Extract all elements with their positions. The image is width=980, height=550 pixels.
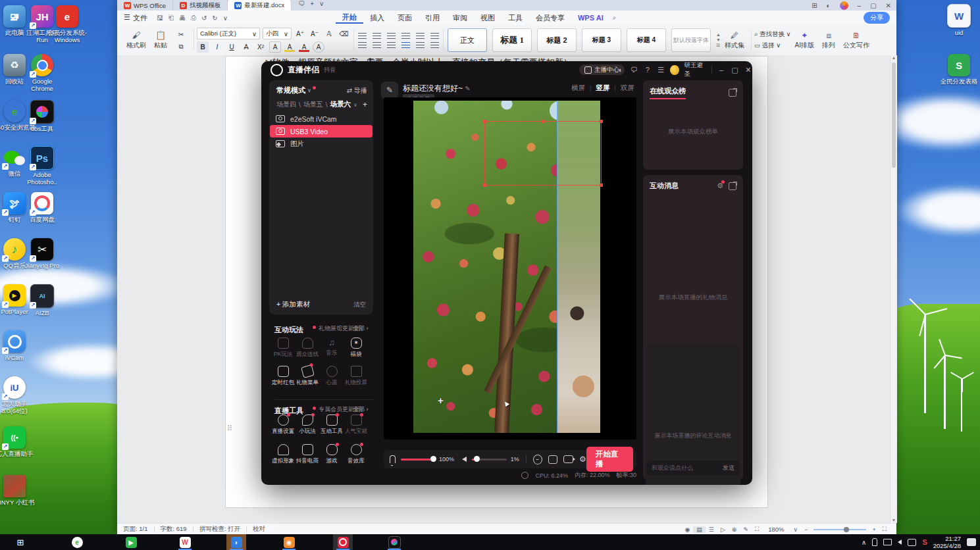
tool-item-live-settings[interactable]: 直播设置 [271,414,296,436]
desktop-icon-sheet-system[interactable]: S 全民分发表格 [937,54,980,85]
justify-icon[interactable] [401,42,410,48]
font-size-select[interactable]: 小四∨ [263,28,292,39]
notification-center-icon[interactable] [967,538,976,546]
red-selection-box[interactable] [484,121,602,186]
desktop-icon-jianying[interactable]: ✂↗ Jianying Pro [20,238,64,269]
scroll-up-arrow[interactable]: ▲ [890,55,897,60]
tray-mic-icon[interactable] [872,538,877,546]
scene-tab-5[interactable]: 场景五 [303,100,323,109]
select-button[interactable]: ▭ 选择 ∨ [754,41,791,50]
mic-icon[interactable] [390,455,396,463]
beauty-filter-icon[interactable] [533,455,542,464]
play-item-lucky-bag[interactable]: ★福袋 [344,338,369,359]
find-replace-button[interactable]: ⌕ 查找替换 ∨ [754,30,791,39]
focus-mode-icon[interactable]: ⛶ [752,526,762,533]
taskbar-blue-app[interactable]: ◗ [226,534,246,550]
cut-icon[interactable]: ✂ [175,29,187,40]
desktop-icon-uid[interactable]: W uid [937,4,980,36]
tool-section-all[interactable]: 全部 › [353,405,369,414]
export-icon[interactable]: ⎗ [166,14,176,22]
clear-button[interactable]: 清空 [353,301,366,309]
taskbar-wps[interactable]: W [175,534,195,550]
camera-icon[interactable] [563,455,573,463]
zoom-value[interactable]: 180% [762,526,790,533]
preview-canvas[interactable]: + ▲ [384,97,636,439]
desktop-icon-chrome[interactable]: ↗ Google Chrome [20,54,64,92]
save-icon[interactable]: 🖫 [154,14,166,22]
tab-comment-icon[interactable]: 🗨 [296,0,307,11]
style-heading3[interactable]: 标题 3 [582,28,621,52]
tool-item-interact-tools[interactable]: 互动工具 [319,414,344,436]
live-minimize-button[interactable]: – [717,66,725,74]
italic-button[interactable]: I [211,41,223,53]
help-icon[interactable]: ? [644,66,652,74]
print-icon[interactable]: 🖶 [176,14,188,22]
increase-indent-icon[interactable] [401,33,410,39]
menu-tab-wps-ai[interactable]: WPS AI [571,14,610,22]
fullscreen-button[interactable]: ⛶ [879,526,890,533]
stream-settings-icon[interactable]: ⚙ [579,455,586,464]
wps-minimize-button[interactable]: – [858,2,862,9]
add-material-button[interactable]: + 添加素材 [276,300,310,309]
style-heading1[interactable]: 标题 1 [492,28,532,52]
desktop-icon-baidu-pan[interactable]: ↗ 百度网盘 [20,192,64,223]
menu-tab-tools[interactable]: 工具 [502,13,529,23]
desktop-icon-aizb[interactable]: AI↗ AIZB [20,284,64,316]
bold-button[interactable]: B [197,41,209,53]
grow-font-button[interactable]: A⁺ [294,28,306,39]
zoom-in-button[interactable]: + [869,526,879,533]
preview-icon[interactable]: ⎙ [188,14,199,22]
main-menu-icon[interactable]: ☰ [657,66,665,74]
taskbar-live-companion[interactable] [333,534,353,550]
status-spellcheck[interactable]: 拼写检查: 打开 [193,525,246,534]
taskbar-media-app[interactable]: ◉ [279,534,299,550]
strikethrough-button[interactable]: A [240,41,252,53]
more-chevron-icon[interactable]: ∨ [220,14,230,22]
tray-display-icon[interactable] [883,539,892,545]
paste-button[interactable]: 📋 粘贴 [150,30,171,50]
user-avatar[interactable] [670,65,679,75]
start-button[interactable]: ⊞ [11,534,30,550]
zoom-slider[interactable] [813,529,866,530]
taskbar-video-app[interactable]: ▶ [121,534,141,550]
doc-scrollbar[interactable]: ▲ ▼ [890,55,897,523]
scene-tab-4[interactable]: 场景四 [276,100,296,109]
mode-dual[interactable]: 双屏 [621,84,634,93]
add-scene-button[interactable]: + [363,100,367,109]
desktop-icon-hongtian[interactable]: iU↗ 宏天助手 8.0(64位) [0,376,36,414]
align-left-icon[interactable] [358,42,367,48]
edit-title-box[interactable]: ✎ [381,82,398,99]
outline-view-icon[interactable]: ☰ [706,526,717,533]
desktop-icon-ivcam[interactable]: ↗ iVCam [0,330,36,361]
tool-item-sound-library[interactable]: 音效库 [344,444,369,465]
mode-select[interactable]: 常规模式 [276,86,305,95]
flip-mirror-icon[interactable] [548,455,557,464]
mic-slider[interactable] [401,459,436,461]
wps-maximize-button[interactable]: ▢ [870,2,876,9]
char-shading-button[interactable]: A [269,41,281,53]
account-avatar[interactable] [840,1,848,10]
align-center-icon[interactable] [373,42,381,48]
redo-icon[interactable]: ↻ [209,14,220,22]
speaker-icon[interactable] [462,457,467,462]
tool-item-popularity[interactable]: 人气宝箱 [344,414,369,436]
zoom-out-button[interactable]: − [801,526,811,533]
tab-document[interactable]: W 最新搭建.docx [228,0,292,11]
skin-icon[interactable]: ◐ [827,2,831,9]
audience-expand-icon[interactable] [729,89,736,97]
menu-tab-insert[interactable]: 插入 [363,13,391,23]
tool-item-mini-play[interactable]: 小玩法 [295,414,320,436]
menu-tab-view[interactable]: 视图 [474,13,502,23]
font-color-button[interactable]: A [298,41,310,53]
format-painter-button[interactable]: 🖌 格式刷 [117,30,150,50]
official-doc-button[interactable]: 🗎 公文写作 [839,31,873,50]
desktop-icon-qinyy[interactable]: QINYY 小红书 [0,475,36,506]
underline-button[interactable]: U [226,41,238,53]
zoom-chevron[interactable]: ∨ [790,526,802,533]
decrease-indent-icon[interactable] [387,33,396,39]
style-heading2[interactable]: 标题 2 [537,28,577,52]
desktop-icon-obs[interactable]: ↗ obs工具 [20,100,64,132]
show-marks-icon[interactable] [430,33,439,39]
wps-close-button[interactable]: ✕ [886,2,891,9]
mode-portrait[interactable]: 竖屏 [596,84,609,93]
